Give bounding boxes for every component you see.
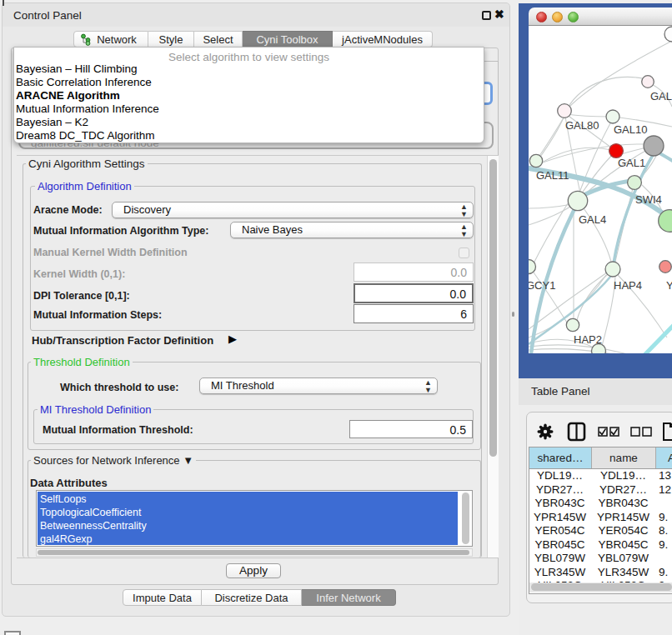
svg-text:GAL80: GAL80 (565, 119, 599, 132)
svg-text:Y: Y (666, 279, 672, 292)
svg-text:HAP2: HAP2 (574, 333, 602, 346)
svg-text:GCY1: GCY1 (529, 279, 555, 292)
svg-text:SWI4: SWI4 (635, 193, 662, 206)
svg-text:GAL4: GAL4 (579, 213, 606, 226)
svg-text:GAL10: GAL10 (614, 123, 647, 136)
svg-text:HAP4: HAP4 (614, 279, 642, 292)
svg-text:GAL11: GAL11 (536, 169, 569, 182)
svg-text:GAL: GAL (650, 90, 672, 102)
svg-text:GAL1: GAL1 (618, 157, 645, 169)
